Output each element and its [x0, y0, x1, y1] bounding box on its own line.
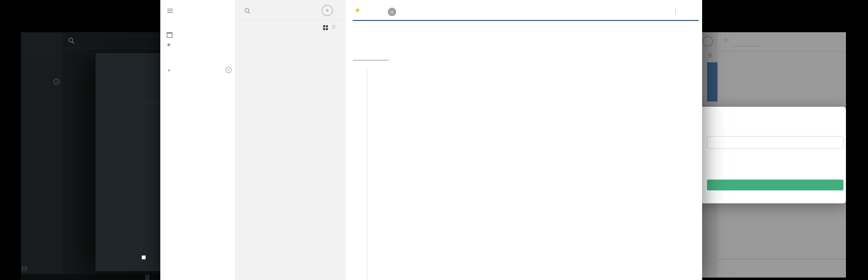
- add-project-folder-button[interactable]: +: [225, 67, 232, 73]
- right-background-window: ☰ ☆: [702, 32, 846, 278]
- note-menu-icon[interactable]: ⋮: [673, 8, 678, 14]
- starred-icon: ★: [166, 41, 171, 48]
- dark-sidebar: +: [21, 32, 63, 280]
- dark-language-tab[interactable]: [145, 275, 149, 280]
- note-star-icon[interactable]: ★: [354, 6, 361, 14]
- caret-down-icon: ▼: [167, 69, 171, 72]
- editor-pane: ★ + ⋮: [346, 0, 702, 280]
- divider: [236, 19, 346, 20]
- search-icon: [69, 38, 73, 42]
- main-note-list: + ☰: [235, 0, 346, 280]
- code-block-checkbox[interactable]: [142, 255, 146, 259]
- list-view-icon[interactable]: ☰: [331, 24, 336, 30]
- gutter-border: [367, 68, 367, 280]
- divider: [21, 48, 62, 48]
- all-notes-icon: [167, 32, 173, 38]
- create-folder-dialog: [702, 107, 846, 203]
- add-storage-icon-2: [22, 268, 27, 271]
- grid-view-icon[interactable]: [323, 25, 328, 30]
- search-icon: [245, 8, 249, 13]
- dark-status-bar: [21, 274, 160, 280]
- left-black-crop: [0, 0, 21, 280]
- active-tab-underline: [353, 60, 389, 61]
- project-section-toggle[interactable]: ▼: [167, 68, 171, 73]
- create-folder-button[interactable]: [707, 180, 844, 190]
- dark-add-folder-button[interactable]: +: [54, 79, 59, 85]
- add-tag-button[interactable]: +: [388, 8, 396, 16]
- folder-name-input[interactable]: [707, 136, 844, 149]
- main-sidebar: ★ ▼ +: [160, 0, 235, 280]
- menu-icon[interactable]: [167, 8, 173, 14]
- editor-accent-rule: [353, 20, 699, 21]
- divider: [62, 48, 160, 48]
- main-window: ★ ▼ + + ☰ ★ + ⋮: [160, 0, 702, 280]
- new-note-button[interactable]: +: [322, 5, 333, 16]
